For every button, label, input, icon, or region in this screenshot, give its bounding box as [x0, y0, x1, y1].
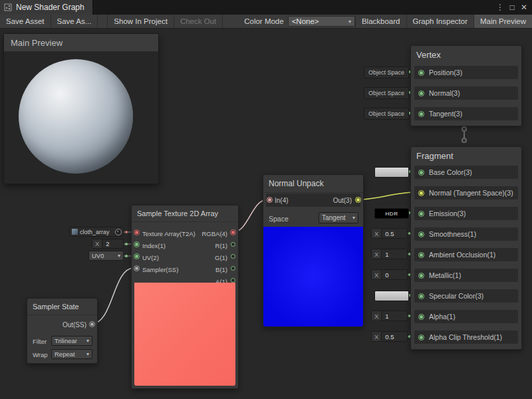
sampler-state-node[interactable]: Sampler State Out(SS) Filter Trilinear ▾… [27, 298, 98, 364]
port-unpack-out[interactable] [355, 197, 361, 203]
metallic-field[interactable]: X0 [371, 269, 408, 280]
normal-unpack-preview [263, 227, 363, 327]
chevron-down-icon: ▾ [118, 253, 120, 259]
port-r-out[interactable] [231, 242, 235, 247]
alpha-clip-field[interactable]: X0.5 [371, 331, 408, 342]
shader-graph-icon [4, 3, 12, 11]
port-a-out[interactable] [231, 278, 235, 283]
vertex-row-normal: Normal(3) [414, 86, 518, 100]
main-preview-header[interactable]: Main Preview [4, 34, 158, 52]
port-alpha[interactable] [418, 314, 424, 320]
port-specular-color[interactable] [418, 293, 424, 299]
in4-label: In(4) [275, 197, 289, 204]
vertex-node-title: Vertex [411, 46, 521, 64]
port-index-in[interactable] [134, 241, 140, 247]
fragment-row-normal: Normal (Tangent Space)(3) [414, 186, 518, 200]
color-mode-label: Color Mode [223, 15, 287, 28]
port-normal-tangent-space[interactable] [418, 190, 424, 196]
base-color-swatch[interactable] [374, 167, 409, 178]
sample-texture-title: Sample Texture 2D Array [132, 205, 238, 222]
object-space-dropdown-tangent[interactable]: Object Space [364, 108, 409, 120]
port-tangent[interactable] [418, 111, 424, 117]
color-mode-dropdown[interactable]: <None> ▾ [288, 16, 355, 27]
smoothness-field[interactable]: X0.5 [371, 228, 408, 239]
fragment-row-specular-color: Specular Color(3) [414, 289, 518, 303]
fragment-row-base-color: Base Color(3) [414, 166, 518, 179]
main-preview-toggle[interactable]: Main Preview [473, 15, 532, 28]
port-uv-in[interactable] [134, 253, 140, 259]
main-preview-window: Main Preview [3, 33, 159, 184]
emission-hdr-field[interactable]: HDR [374, 208, 409, 219]
port-smoothness[interactable] [418, 231, 424, 237]
alpha-field[interactable]: X1 [371, 311, 408, 321]
port-alpha-clip-threshold[interactable] [418, 334, 424, 340]
fragment-node-title: Fragment [411, 147, 521, 165]
port-ambient-occlusion[interactable] [418, 252, 424, 258]
port-unpack-in[interactable] [267, 197, 273, 203]
specular-color-swatch[interactable] [374, 291, 409, 301]
port-b-out[interactable] [231, 266, 235, 271]
close-icon[interactable]: ✕ [519, 3, 529, 12]
sample-texture-2d-array-node[interactable]: Sample Texture 2D Array Texture Array(T2… [131, 205, 239, 389]
fragment-row-alpha-clip: Alpha Clip Threshold(1) [414, 331, 518, 344]
port-vertex-normal[interactable] [418, 90, 424, 96]
object-space-dropdown-position[interactable]: Object Space [364, 66, 409, 78]
fragment-row-metallic: Metallic(1) [414, 269, 518, 282]
port-emission[interactable] [418, 211, 424, 217]
vertex-row-tangent: Tangent(3) [414, 107, 518, 120]
window-titlebar: New Shader Graph ⋮ □ ✕ [0, 0, 532, 15]
port-metallic[interactable] [418, 273, 424, 279]
out3-label: Out(3) [333, 197, 352, 204]
toolbar-toggles: Blackboard Graph Inspector Main Preview [355, 15, 532, 28]
port-rgba-out[interactable] [230, 229, 236, 235]
port-position[interactable] [418, 70, 424, 76]
window-controls: ⋮ □ ✕ [495, 0, 532, 15]
preview-sphere [19, 59, 133, 174]
port-base-color[interactable] [418, 170, 424, 176]
check-out-button[interactable]: Check Out [174, 15, 223, 28]
show-in-project-button[interactable]: Show In Project [107, 15, 174, 28]
space-label: Space [269, 215, 289, 223]
fragment-row-alpha: Alpha(1) [414, 310, 518, 323]
fragment-row-ambient-occlusion: Ambient Occlusion(1) [414, 248, 518, 261]
wrap-dropdown[interactable]: Repeat ▾ [51, 349, 92, 359]
vertex-row-position: Position(3) [414, 66, 518, 79]
save-as-button[interactable]: Save As... [51, 15, 98, 28]
fragment-row-smoothness: Smoothness(1) [414, 227, 518, 241]
chevron-down-icon: ▾ [348, 19, 351, 25]
maximize-icon[interactable]: □ [507, 3, 517, 12]
space-dropdown[interactable]: Tangent ▾ [319, 212, 358, 223]
object-picker-icon[interactable] [115, 229, 122, 235]
vertex-node[interactable]: Vertex Position(3) Normal(3) Tangent(3) [410, 45, 522, 126]
port-g-out[interactable] [231, 254, 235, 259]
object-space-dropdown-normal[interactable]: Object Space [364, 87, 409, 99]
chevron-down-icon: ▾ [86, 351, 89, 357]
filter-dropdown[interactable]: Trilinear ▾ [51, 336, 92, 346]
uv-channel-dropdown[interactable]: UV0 ▾ [88, 251, 124, 261]
sample-texture-preview [134, 283, 235, 386]
tab-new-shader-graph[interactable]: New Shader Graph [0, 0, 93, 15]
chevron-down-icon: ▾ [86, 338, 89, 344]
blackboard-toggle[interactable]: Blackboard [355, 15, 406, 28]
ambient-occlusion-field[interactable]: X1 [371, 249, 408, 259]
sampler-state-title: Sampler State [27, 299, 97, 315]
normal-unpack-title: Normal Unpack [263, 175, 363, 193]
main-preview-viewport[interactable] [4, 52, 158, 183]
graph-toolbar: Save Asset Save As... Show In Project Ch… [0, 15, 532, 29]
menu-icon[interactable]: ⋮ [495, 3, 505, 12]
port-sampler-out[interactable] [89, 321, 95, 327]
graph-inspector-toggle[interactable]: Graph Inspector [406, 15, 473, 28]
color-mode-value: <None> [292, 17, 319, 25]
index-value-field[interactable]: X 2 [92, 239, 124, 249]
port-sampler-in[interactable] [134, 265, 140, 271]
port-texture-array-in[interactable] [134, 229, 140, 235]
window-title: New Shader Graph [16, 3, 84, 12]
cloth-array-object-field[interactable]: cloth_array [69, 227, 124, 237]
main-preview-title: Main Preview [11, 38, 63, 48]
normal-unpack-node[interactable]: Normal Unpack In(4) Out(3) Space Tangent… [263, 174, 364, 327]
chevron-down-icon: ▾ [352, 215, 355, 221]
texture-thumbnail-icon [72, 229, 78, 235]
fragment-row-emission: Emission(3) [414, 207, 518, 220]
fragment-node[interactable]: Fragment Base Color(3) Normal (Tangent S… [410, 146, 522, 350]
save-asset-button[interactable]: Save Asset [0, 15, 51, 28]
